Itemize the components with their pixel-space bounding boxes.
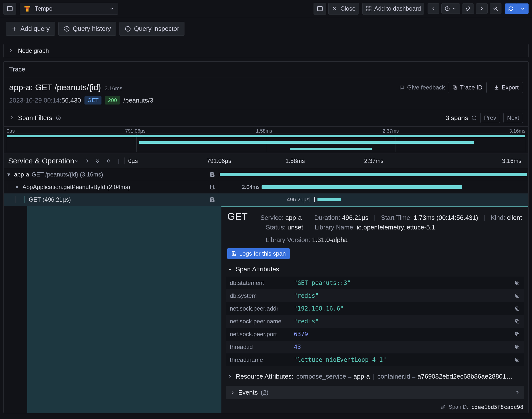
refresh-interval-button[interactable] (517, 3, 529, 14)
next-span-button[interactable]: Next (503, 113, 523, 123)
method-badge: GET (84, 96, 101, 105)
logs-icon[interactable] (210, 172, 215, 177)
time-prev-button[interactable] (428, 3, 439, 14)
copy-button[interactable] (515, 280, 520, 286)
attribute-row: thread.name"lettuce-nioEventLoop-4-1" (226, 353, 524, 366)
time-next-button[interactable] (476, 3, 488, 14)
info-icon[interactable] (471, 115, 477, 121)
svg-rect-7 (366, 9, 368, 11)
trace-heading: Trace (4, 62, 528, 77)
copy-button[interactable] (515, 357, 520, 363)
span-attributes-table: db.statement"GET peanuts::3"db.system"re… (226, 277, 524, 366)
chevrons-right-icon[interactable] (105, 158, 111, 164)
node-graph-section[interactable]: Node graph (3, 44, 529, 58)
span-id-row: SpanID: cdee1bd5f8cabc98 (221, 402, 528, 413)
trace-path: /peanuts/3 (123, 97, 153, 104)
trace-info-row: 2023-10-29 00:14:56.430 GET 200 /peanuts… (4, 95, 528, 109)
time-picker-button[interactable] (441, 3, 460, 14)
attribute-value: "lettuce-nioEventLoop-4-1" (294, 356, 515, 363)
info-icon[interactable] (56, 115, 61, 121)
attribute-row: db.statement"GET peanuts::3" (226, 277, 524, 289)
logs-icon (231, 251, 237, 256)
attribute-key: thread.name (230, 356, 294, 363)
comment-icon (399, 85, 405, 90)
chevron-left-icon (431, 6, 436, 11)
chevron-down-icon (109, 6, 115, 11)
span-count: 3 spans (446, 114, 468, 122)
copy-button[interactable] (515, 293, 520, 298)
copy-link-button[interactable] (462, 3, 474, 14)
download-icon (494, 85, 499, 90)
give-feedback-link[interactable]: Give feedback (399, 84, 445, 91)
span-filters-row: Span Filters 3 spans Prev Next (4, 109, 528, 127)
chevron-right-icon[interactable] (84, 158, 90, 164)
attribute-row: net.sock.peer.addr"192.168.16.6" (226, 302, 524, 315)
chevron-down-icon (520, 6, 525, 11)
trace-id-button[interactable]: Trace ID (448, 82, 487, 93)
link-icon (465, 6, 471, 11)
copy-button[interactable] (515, 332, 520, 337)
logs-icon[interactable] (210, 197, 215, 202)
query-actions: Add query Query history Query inspector (0, 17, 532, 40)
trace-minimap[interactable]: 0µs 791.06µs 1.58ms 2.37ms 3.16ms (4, 127, 528, 154)
apps-icon (366, 5, 372, 12)
chevron-right-icon[interactable] (9, 115, 15, 121)
chevron-down-icon (227, 267, 233, 272)
attribute-key: db.statement (230, 279, 294, 286)
attribute-key: net.sock.peer.addr (230, 305, 294, 312)
attribute-row: thread.id43 (226, 341, 524, 353)
zoom-out-button[interactable] (490, 3, 501, 14)
datasource-picker[interactable]: Tempo (20, 3, 118, 15)
column-resize-handle[interactable]: || (116, 158, 119, 164)
clock-icon (445, 6, 450, 11)
attribute-key: net.sock.peer.name (230, 318, 294, 325)
status-badge: 200 (105, 96, 120, 105)
copy-button[interactable] (515, 306, 520, 311)
resource-attributes-row[interactable]: Resource Attributes: compose_service = a… (221, 370, 528, 383)
span-attributes-header[interactable]: Span Attributes (221, 263, 528, 276)
span-row[interactable]: ▾ app-a GET /peanuts/{id} (3.16ms) (4, 168, 528, 181)
attribute-value: "redis" (294, 318, 515, 325)
chevron-right-icon (479, 6, 484, 11)
columns-icon (317, 5, 323, 12)
logs-for-span-button[interactable]: Logs for this span (227, 248, 290, 259)
attribute-value: 6379 (294, 331, 515, 338)
run-query-button[interactable] (505, 3, 517, 14)
svg-rect-0 (7, 6, 12, 11)
panel-left-icon (7, 5, 13, 12)
attribute-value: "192.168.16.6" (294, 305, 515, 312)
query-history-button[interactable]: Query history (58, 22, 116, 36)
events-row[interactable]: Events (2) (226, 386, 524, 399)
attribute-value: "redis" (294, 292, 515, 299)
close-button[interactable]: Close (328, 3, 359, 15)
copy-button[interactable] (515, 344, 520, 350)
info-icon (125, 26, 131, 32)
chevrons-down-icon[interactable] (95, 158, 100, 164)
query-inspector-button[interactable]: Query inspector (119, 22, 184, 36)
svg-rect-6 (369, 6, 371, 8)
attribute-row: net.sock.peer.name"redis" (226, 315, 524, 328)
logs-icon[interactable] (210, 184, 215, 190)
link-icon[interactable] (440, 404, 446, 410)
add-to-dashboard-button[interactable]: Add to dashboard (362, 3, 424, 15)
prev-span-button[interactable]: Prev (480, 113, 500, 123)
chevron-right-icon (227, 374, 233, 379)
trace-title: app-a: GET /peanuts/{id} (9, 83, 101, 92)
scroll-top-button[interactable] (515, 390, 520, 395)
split-button[interactable] (314, 3, 326, 15)
sidebar-toggle-button[interactable] (3, 3, 16, 15)
svg-rect-3 (26, 7, 28, 9)
svg-rect-8 (369, 9, 371, 11)
copy-button[interactable] (515, 319, 520, 324)
attribute-key: db.system (230, 292, 294, 299)
svg-rect-5 (366, 6, 368, 8)
chevron-down-icon[interactable] (74, 158, 80, 164)
export-button[interactable]: Export (490, 82, 523, 93)
service-operation-header: Service & Operation || 0µs 791.06µs 1.58… (4, 154, 528, 168)
add-query-button[interactable]: Add query (6, 22, 55, 36)
span-row-selected[interactable]: GET (496.21µs) 496.21µs (4, 193, 528, 206)
plus-icon (11, 26, 17, 32)
svg-rect-1 (24, 6, 30, 7)
span-row[interactable]: ▾ AppApplication.getPeanutsById (2.04ms)… (4, 181, 528, 193)
chevron-right-icon (230, 390, 235, 395)
